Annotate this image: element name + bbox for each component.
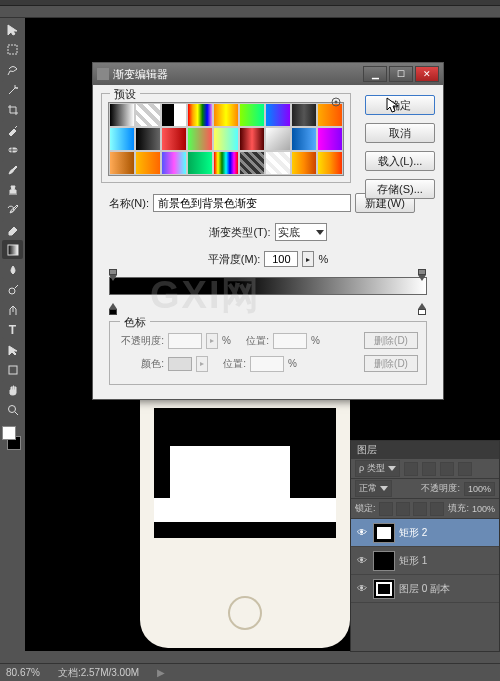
cancel-button[interactable]: 取消 [365, 123, 435, 143]
toolbar: T [0, 18, 25, 651]
move-tool[interactable] [2, 20, 23, 39]
name-input[interactable] [153, 194, 351, 212]
heal-tool[interactable] [2, 140, 23, 159]
layer-row[interactable]: 👁图层 0 副本 [351, 575, 499, 603]
crop-tool[interactable] [2, 100, 23, 119]
layers-tab[interactable]: 图层 [351, 441, 499, 459]
layer-thumbnail[interactable] [373, 579, 395, 599]
preset-swatch[interactable] [161, 151, 187, 175]
layer-kind-filter[interactable]: ρ 类型 [355, 460, 400, 477]
preset-swatch[interactable] [265, 127, 291, 151]
svg-point-5 [8, 405, 15, 412]
eyedropper-tool[interactable] [2, 120, 23, 139]
color-swatches[interactable] [2, 426, 23, 450]
dodge-tool[interactable] [2, 280, 23, 299]
preset-swatch[interactable] [239, 127, 265, 151]
preset-swatch[interactable] [265, 103, 291, 127]
preset-swatch[interactable] [135, 151, 161, 175]
preset-swatch[interactable] [291, 151, 317, 175]
blend-mode-select[interactable]: 正常 [355, 480, 392, 497]
preset-swatch[interactable] [187, 103, 213, 127]
filter-icon-1[interactable] [404, 462, 418, 476]
save-button[interactable]: 存储(S)... [365, 179, 435, 199]
layer-thumbnail[interactable] [373, 523, 395, 543]
presets-menu-icon[interactable] [330, 96, 342, 108]
stops-label: 色标 [120, 315, 150, 330]
minimize-button[interactable]: ▁ [363, 66, 387, 82]
lasso-tool[interactable] [2, 60, 23, 79]
history-brush-tool[interactable] [2, 200, 23, 219]
layer-name: 矩形 1 [399, 554, 427, 568]
layer-row[interactable]: 👁矩形 1 [351, 547, 499, 575]
preset-swatch[interactable] [161, 103, 187, 127]
preset-swatch[interactable] [213, 103, 239, 127]
position-unit: % [311, 335, 320, 346]
stop-color-spinner: ▸ [196, 356, 208, 372]
path-select-tool[interactable] [2, 340, 23, 359]
type-tool[interactable]: T [2, 320, 23, 339]
filter-icon-4[interactable] [458, 462, 472, 476]
close-button[interactable]: ✕ [415, 66, 439, 82]
load-button[interactable]: 载入(L)... [365, 151, 435, 171]
preset-swatch[interactable] [265, 151, 291, 175]
shape-tool[interactable] [2, 360, 23, 379]
svg-rect-2 [8, 245, 18, 255]
layer-name: 图层 0 副本 [399, 582, 450, 596]
preset-swatch[interactable] [161, 127, 187, 151]
smoothness-input[interactable] [264, 251, 298, 267]
pen-tool[interactable] [2, 300, 23, 319]
dialog-title: 渐变编辑器 [113, 67, 168, 82]
visibility-icon[interactable]: 👁 [355, 582, 369, 596]
canvas-content [140, 398, 350, 648]
hand-tool[interactable] [2, 380, 23, 399]
presets-grid[interactable] [108, 102, 344, 176]
visibility-icon[interactable]: 👁 [355, 526, 369, 540]
stop-position-input [273, 333, 307, 349]
zoom-tool[interactable] [2, 400, 23, 419]
maximize-button[interactable]: ☐ [389, 66, 413, 82]
preset-swatch[interactable] [291, 103, 317, 127]
lock-transparency-icon[interactable] [379, 502, 393, 516]
options-bar[interactable] [0, 6, 500, 18]
stamp-tool[interactable] [2, 180, 23, 199]
preset-swatch[interactable] [291, 127, 317, 151]
gradient-type-select[interactable]: 实底 [275, 223, 327, 241]
preset-swatch[interactable] [213, 151, 239, 175]
brush-tool[interactable] [2, 160, 23, 179]
preset-swatch[interactable] [109, 103, 135, 127]
lock-position-icon[interactable] [413, 502, 427, 516]
ok-button[interactable]: 确定 [365, 95, 435, 115]
preset-swatch[interactable] [135, 127, 161, 151]
layer-opacity-input[interactable]: 100% [464, 482, 495, 496]
preset-swatch[interactable] [135, 103, 161, 127]
lock-all-icon[interactable] [430, 502, 444, 516]
fill-input[interactable]: 100% [472, 504, 495, 514]
preset-swatch[interactable] [187, 127, 213, 151]
preset-swatch[interactable] [317, 127, 343, 151]
preset-swatch[interactable] [239, 151, 265, 175]
zoom-level[interactable]: 80.67% [6, 667, 40, 678]
eraser-tool[interactable] [2, 220, 23, 239]
preset-swatch[interactable] [239, 103, 265, 127]
wand-tool[interactable] [2, 80, 23, 99]
dialog-titlebar[interactable]: 渐变编辑器 ▁ ☐ ✕ [93, 63, 443, 85]
preset-swatch[interactable] [109, 127, 135, 151]
gradient-bar[interactable] [109, 277, 427, 309]
filter-icon-2[interactable] [422, 462, 436, 476]
stop-color-position-label: 位置: [212, 357, 246, 371]
visibility-icon[interactable]: 👁 [355, 554, 369, 568]
layer-row[interactable]: 👁矩形 2 [351, 519, 499, 547]
filter-icon-3[interactable] [440, 462, 454, 476]
preset-swatch[interactable] [109, 151, 135, 175]
svg-rect-0 [8, 45, 17, 54]
preset-swatch[interactable] [187, 151, 213, 175]
blur-tool[interactable] [2, 260, 23, 279]
layer-list: 👁矩形 2👁矩形 1👁图层 0 副本 [351, 519, 499, 603]
preset-swatch[interactable] [317, 151, 343, 175]
preset-swatch[interactable] [213, 127, 239, 151]
marquee-tool[interactable] [2, 40, 23, 59]
fg-color[interactable] [2, 426, 16, 440]
layer-thumbnail[interactable] [373, 551, 395, 571]
smoothness-spinner[interactable]: ▸ [302, 251, 314, 267]
gradient-tool[interactable] [2, 240, 23, 259]
